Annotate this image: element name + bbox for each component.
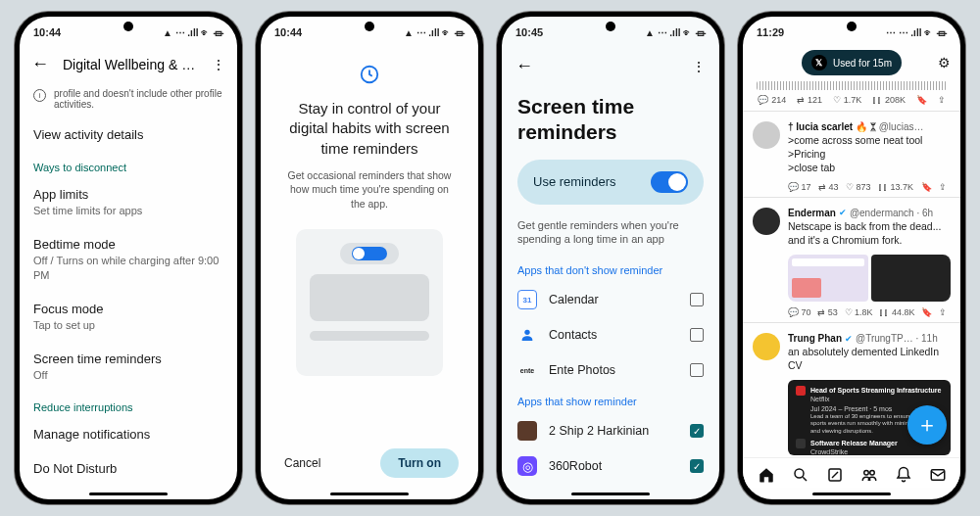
reply-count[interactable]: 💬 70 — [788, 307, 811, 317]
toggle-on-icon[interactable] — [651, 171, 688, 193]
status-icons: ▲ ⋯ .ıll ᯤ ⏛ — [404, 27, 465, 38]
phone-1: 10:44 ▲ ⋯ .ıll ᯤ ⏛ ← Digital Wellbeing &… — [15, 12, 242, 504]
usage-pill[interactable]: 𝕏 Used for 15m — [802, 50, 902, 75]
status-time: 10:45 — [515, 26, 543, 38]
tweet-text: an absolutely demented LinkedIn CV — [788, 345, 951, 372]
info-icon: i — [33, 89, 46, 102]
tweet-author[interactable]: † lucia scarlet 🔥 ᛯ — [788, 121, 876, 132]
top-bar: 𝕏 Used for 15m ⚙ — [743, 44, 960, 81]
reminders-description: Get gentle reminders when you're spendin… — [502, 214, 719, 258]
compose-fab[interactable]: ＋ — [907, 405, 947, 445]
avatar[interactable] — [753, 333, 780, 360]
crowdstrike-icon — [796, 439, 806, 448]
tweet-image[interactable] — [871, 255, 952, 302]
tweet-text: >come across some neat tool >Pricing >cl… — [788, 133, 951, 175]
grok-icon[interactable] — [826, 466, 844, 484]
illustration — [296, 229, 443, 376]
camera-notch — [847, 22, 857, 31]
checkbox-unchecked-icon[interactable] — [690, 328, 704, 342]
tweet-actions: 💬 17 ⇄ 43 ♡ 873 ⫿⫿ 13.7K 🔖 ⇪ — [743, 178, 960, 197]
back-icon[interactable]: ← — [27, 50, 53, 78]
checkbox-checked-icon[interactable]: ✓ — [690, 424, 704, 438]
gesture-bar — [502, 488, 719, 499]
share-icon[interactable]: ⇪ — [939, 307, 947, 317]
tweet-handle: @endermanch · 6h — [850, 208, 933, 218]
avatar[interactable] — [753, 121, 780, 149]
robot-icon: ◎ — [517, 456, 537, 476]
status-time: 10:44 — [274, 26, 302, 38]
app-row-360robot[interactable]: ◎ 360Robot ✓ — [502, 448, 719, 484]
avatar[interactable] — [753, 208, 780, 235]
turn-on-button[interactable]: Turn on — [380, 448, 459, 478]
app-row-contacts[interactable]: Contacts — [502, 317, 719, 352]
screen-digital-wellbeing: 10:44 ▲ ⋯ .ıll ᯤ ⏛ ← Digital Wellbeing &… — [20, 17, 237, 499]
screen-time-reminders[interactable]: Screen time reminders Off — [20, 342, 237, 392]
bookmark-icon[interactable]: 🔖 — [921, 307, 932, 317]
bookmark-icon[interactable]: 🔖 — [916, 95, 927, 105]
repost-count[interactable]: ⇄ 43 — [818, 182, 839, 192]
settings-gear-icon[interactable]: ⚙ — [938, 55, 951, 70]
view-count[interactable]: ⫿⫿ 208K — [872, 95, 906, 105]
repost-count[interactable]: ⇄ 121 — [797, 95, 822, 105]
tweet-trung[interactable]: Trung Phan ✔ @TrungTP… · 11h an absolute… — [743, 327, 960, 376]
phone-4: 11:29 ⋯ ⋯ .ıll ᯤ ⏛ 𝕏 Used for 15m ⚙ 💬 21… — [738, 12, 965, 504]
app-row-ente[interactable]: ente Ente Photos — [502, 352, 719, 388]
heads-up[interactable]: Heads Up — [20, 486, 237, 488]
bedtime-mode[interactable]: Bedtime mode Off / Turns on while chargi… — [20, 227, 237, 292]
tweet-text: Netscape is back from the dead... and it… — [788, 219, 951, 247]
svg-point-2 — [795, 469, 804, 478]
bookmark-icon[interactable]: 🔖 — [921, 182, 932, 192]
camera-notch — [606, 22, 615, 31]
page-title: Screen time reminders — [502, 88, 719, 160]
search-icon[interactable] — [792, 466, 809, 484]
harkinian-icon — [517, 421, 537, 441]
reply-count[interactable]: 💬 214 — [758, 95, 786, 105]
communities-icon[interactable] — [860, 466, 878, 484]
view-count[interactable]: ⫿⫿ 44.8K — [879, 307, 914, 317]
intro-title: Stay in control of your digital habits w… — [278, 99, 461, 159]
repost-count[interactable]: ⇄ 53 — [817, 307, 838, 317]
tweet-author[interactable]: Enderman — [788, 208, 836, 218]
back-icon[interactable]: ← — [512, 52, 537, 80]
like-count[interactable]: ♡ 1.8K — [845, 307, 873, 317]
clock-icon — [359, 64, 380, 85]
notifications-icon[interactable] — [895, 466, 912, 484]
audio-waveform — [757, 81, 947, 90]
checkbox-checked-icon[interactable]: ✓ — [690, 459, 704, 473]
screen-reminders-intro: 10:44 ▲ ⋯ .ıll ᯤ ⏛ Stay in control of yo… — [261, 17, 478, 499]
app-row-ship-harkinian[interactable]: 2 Ship 2 Harkinian ✓ — [502, 413, 719, 448]
tweet-actions: 💬 70 ⇄ 53 ♡ 1.8K ⫿⫿ 44.8K 🔖 ⇪ — [743, 304, 960, 322]
do-not-disturb[interactable]: Do Not Disturb — [20, 451, 237, 486]
share-icon[interactable]: ⇪ — [939, 182, 947, 192]
usage-pill-label: Used for 15m — [833, 58, 892, 69]
reply-count[interactable]: 💬 17 — [788, 182, 811, 192]
info-text: profile and doesn't include other profil… — [54, 88, 223, 110]
view-activity-details[interactable]: View activity details — [20, 117, 237, 152]
like-count[interactable]: ♡ 873 — [846, 182, 871, 192]
home-icon[interactable] — [758, 466, 775, 484]
share-icon[interactable]: ⇪ — [938, 95, 946, 105]
status-time: 10:44 — [33, 26, 61, 38]
app-limits[interactable]: App limits Set time limits for apps — [20, 177, 237, 227]
app-row-calendar[interactable]: 31 Calendar — [502, 282, 719, 317]
tweet-author[interactable]: Trung Phan — [788, 333, 842, 344]
view-count[interactable]: ⫿⫿ 13.7K — [878, 182, 913, 192]
focus-mode[interactable]: Focus mode Tap to set up — [20, 292, 237, 342]
use-reminders-toggle-row[interactable]: Use reminders — [517, 160, 704, 205]
tweet-image-collage[interactable] — [788, 255, 951, 302]
checkbox-unchecked-icon[interactable] — [690, 363, 704, 377]
tweet-image[interactable] — [788, 255, 868, 302]
ente-icon: ente — [517, 360, 537, 380]
verified-badge-icon: ✔ — [845, 334, 853, 344]
tweet-enderman[interactable]: Enderman ✔ @endermanch · 6h Netscape is … — [743, 202, 960, 251]
overflow-menu-icon[interactable]: ⋮ — [688, 55, 710, 78]
like-count[interactable]: ♡ 1.7K — [833, 95, 862, 105]
overflow-menu-icon[interactable]: ⋮ — [208, 53, 229, 76]
section-ways-to-disconnect: Ways to disconnect — [20, 152, 237, 177]
cancel-button[interactable]: Cancel — [280, 448, 324, 478]
checkbox-unchecked-icon[interactable] — [690, 293, 704, 306]
messages-icon[interactable] — [929, 466, 947, 484]
tweet-lucia[interactable]: † lucia scarlet 🔥 ᛯ @lucias… >come acros… — [743, 116, 960, 179]
bottom-nav — [743, 457, 960, 488]
manage-notifications[interactable]: Manage notifications — [20, 417, 237, 451]
